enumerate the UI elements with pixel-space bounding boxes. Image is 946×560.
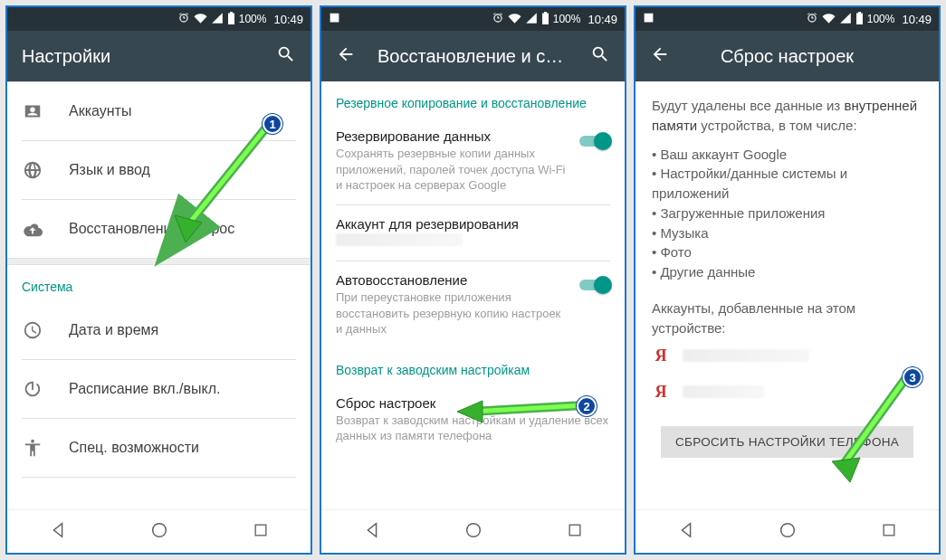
nav-home-icon[interactable] (463, 520, 483, 544)
pref-subtitle: При переустановке приложения восстановит… (336, 289, 569, 337)
backup-icon (22, 219, 43, 239)
pref-backup-account[interactable]: Аккаунт для резервирования (321, 205, 625, 261)
list-item: Загруженные приложения (652, 204, 922, 223)
accounts-label: Аккаунты, добавленные на этом устройстве… (652, 299, 922, 338)
account-row: Я (652, 337, 922, 374)
settings-item-accounts[interactable]: Аккаунты (7, 82, 311, 140)
nav-bar (635, 509, 939, 553)
status-bar: 100% 10:49 (321, 7, 625, 31)
clock-time: 10:49 (902, 13, 932, 26)
list-item: Фото (652, 242, 922, 262)
battery-icon (227, 12, 235, 27)
status-bar: 100% 10:49 (635, 7, 939, 31)
nav-back-icon[interactable] (48, 520, 68, 544)
pref-title: Сброс настроек (336, 395, 610, 411)
back-arrow-icon[interactable] (650, 44, 670, 68)
redacted-account (683, 349, 809, 362)
settings-item-accessibility[interactable]: Спец. возможности (7, 419, 311, 477)
image-icon (643, 12, 655, 26)
section-factory-reset: Возврат к заводским настройкам (321, 348, 625, 384)
app-bar: Восстановление и сбр... (321, 31, 625, 81)
battery-icon (541, 12, 549, 27)
wifi-icon (822, 12, 836, 27)
settings-item-backup-reset[interactable]: Восстановление и сброс (7, 200, 311, 258)
nav-recent-icon[interactable] (566, 521, 584, 543)
pref-factory-reset[interactable]: Сброс настроек Возврат к заводским настр… (321, 384, 625, 455)
pref-title: Аккаунт для резервирования (336, 216, 610, 232)
settings-item-label: Спец. возможности (69, 440, 199, 456)
phone-screen-1: 100% 10:49 Настройки Аккаунты Язык и вво… (5, 5, 312, 555)
svg-point-4 (467, 523, 481, 536)
pref-autorestore[interactable]: Автовосстановление При переустановке при… (321, 261, 625, 348)
person-icon (22, 101, 43, 121)
settings-list: Аккаунты Язык и ввод Восстановление и сб… (7, 81, 311, 509)
reset-phone-button[interactable]: СБРОСИТЬ НАСТРОЙКИ ТЕЛЕФОНА (661, 426, 913, 458)
pref-backup-data[interactable]: Резервирование данных Сохранять резервны… (321, 118, 625, 204)
signal-icon (839, 12, 852, 27)
nav-back-icon[interactable] (676, 520, 696, 544)
battery-icon (855, 12, 864, 27)
list-item: Настройки/данные системы и приложений (652, 164, 922, 204)
switch-toggle[interactable] (579, 276, 610, 294)
image-icon (329, 12, 340, 26)
redacted-account (683, 385, 764, 398)
signal-icon (525, 12, 538, 27)
backup-reset-list: Резервное копирование и восстановление Р… (321, 81, 625, 509)
nav-bar (321, 509, 625, 553)
settings-item-label: Восстановление и сброс (69, 221, 234, 237)
battery-percent: 100% (239, 13, 267, 25)
nav-bar (7, 509, 311, 553)
page-title: Восстановление и сбр... (377, 46, 569, 67)
settings-item-datetime[interactable]: Дата и время (7, 301, 311, 359)
nav-home-icon[interactable] (149, 520, 169, 544)
page-title: Сброс настроек (692, 46, 883, 67)
nav-home-icon[interactable] (778, 520, 798, 544)
pref-title: Автовосстановление (336, 272, 569, 288)
nav-back-icon[interactable] (362, 520, 382, 544)
battery-percent: 100% (867, 13, 895, 25)
phone-screen-3: 100% 10:49 Сброс настроек Будут удалены … (634, 5, 941, 555)
svg-rect-1 (255, 525, 266, 536)
power-icon (22, 379, 43, 399)
list-item: Ваш аккаунт Google (652, 145, 922, 165)
settings-item-label: Язык и ввод (69, 162, 150, 178)
switch-toggle[interactable] (579, 132, 610, 150)
yandex-icon: Я (652, 383, 670, 401)
subheader-system: Система (7, 265, 311, 301)
list-item: Другие данные (652, 262, 922, 282)
phone-screen-2: 100% 10:49 Восстановление и сбр... Резер… (320, 5, 626, 555)
globe-icon (22, 160, 43, 180)
account-row: Я (652, 374, 922, 410)
settings-item-language[interactable]: Язык и ввод (7, 141, 311, 199)
wifi-icon (194, 12, 207, 27)
section-backup-restore: Резервное копирование и восстановление (321, 81, 625, 118)
list-item: Музыка (652, 223, 922, 243)
redacted-account (336, 233, 463, 246)
alarm-icon (806, 12, 818, 27)
status-bar: 100% 10:49 (7, 7, 311, 31)
pref-subtitle: Сохранять резервные копии данных приложе… (336, 146, 569, 194)
settings-item-label: Аккаунты (69, 103, 131, 119)
app-bar: Сброс настроек (635, 31, 939, 81)
nav-recent-icon[interactable] (880, 521, 898, 543)
clock-icon (22, 320, 43, 340)
yandex-icon: Я (652, 346, 670, 365)
app-bar: Настройки (7, 31, 311, 81)
data-loss-list: Ваш аккаунт Google Настройки/данные сист… (652, 145, 922, 282)
alarm-icon (492, 12, 504, 27)
svg-rect-9 (884, 525, 894, 536)
settings-item-schedule-power[interactable]: Расписание вкл./выкл. (7, 360, 311, 418)
svg-point-0 (153, 523, 167, 536)
nav-recent-icon[interactable] (252, 521, 270, 543)
battery-percent: 100% (553, 13, 581, 25)
intro-text: Будут удалены все данные из внутренней п… (652, 96, 922, 136)
reset-description: Будут удалены все данные из внутренней п… (635, 81, 939, 509)
back-arrow-icon[interactable] (336, 44, 356, 68)
alarm-icon (177, 12, 190, 27)
search-icon[interactable] (590, 44, 610, 68)
wifi-icon (508, 12, 521, 27)
page-title: Настройки (22, 46, 254, 67)
accessibility-icon (22, 438, 43, 458)
clock-time: 10:49 (273, 13, 303, 26)
search-icon[interactable] (276, 44, 296, 68)
